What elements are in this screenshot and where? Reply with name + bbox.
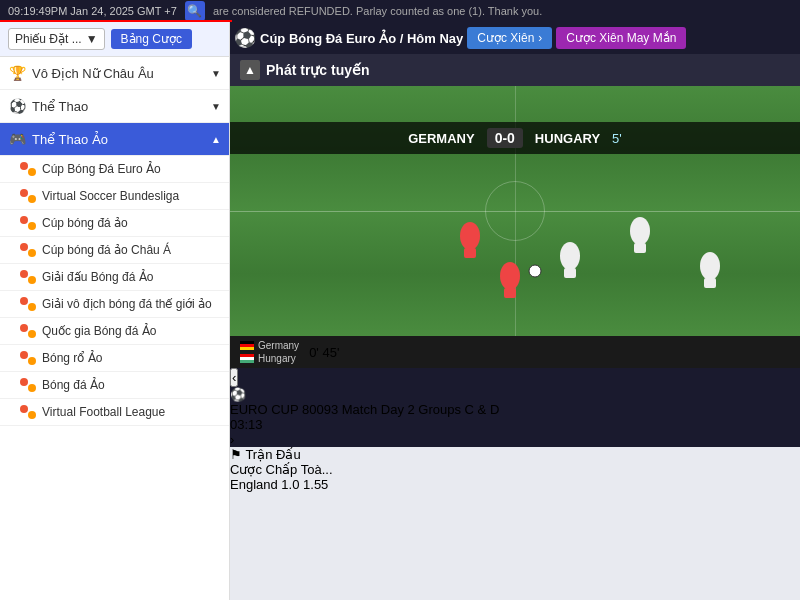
bang-cuoc-tab[interactable]: Bảng Cược	[111, 29, 192, 49]
col-toa: Toà...	[301, 462, 333, 477]
match-time-display: 5'	[612, 131, 622, 146]
svg-point-0	[460, 222, 480, 250]
home-team-name: GERMANY	[408, 131, 474, 146]
submenu-virtual-soccer-bl[interactable]: Virtual Soccer Bundesliga	[0, 183, 229, 210]
phieu-dat-label: Phiếu Đặt ...	[15, 32, 82, 46]
sidebar-item-the-thao-ao[interactable]: 🎮 Thể Thao Ảo ▲	[0, 123, 229, 156]
submenu-bong-ro-ao[interactable]: Bóng rổ Ảo	[0, 345, 229, 372]
submenu-label-9: Virtual Football League	[42, 405, 165, 419]
submenu-label-2: Cúp bóng đá ảo	[42, 216, 128, 230]
home-team-label: Germany	[258, 340, 299, 351]
chevron-up-icon: ▲	[211, 134, 221, 145]
the-thao-ao-label: Thể Thao Ảo	[32, 132, 108, 147]
search-icon[interactable]: 🔍	[185, 1, 205, 21]
notice-text: are considered REFUNDED. Parlay counted …	[213, 5, 792, 17]
video-container: ▲ Phát trực tuyến GERMANY 0-0 HUNGARY 5'	[230, 54, 800, 447]
away-team-label: Hungary	[258, 353, 296, 364]
the-thao-icon: ⚽	[8, 97, 26, 115]
sport-icon-0	[20, 162, 36, 176]
sport-icon-5	[20, 297, 36, 311]
sidebar: Phiếu Đặt ... ▼ Bảng Cược 🏆 Vô Địch Nữ C…	[0, 22, 230, 600]
svg-point-2	[500, 262, 520, 290]
match-team-name[interactable]: England	[230, 477, 278, 492]
back-button[interactable]: ‹	[230, 368, 238, 387]
team-labels: Germany Hungary	[240, 340, 299, 364]
svg-point-8	[700, 252, 720, 280]
hungary-flag-icon	[240, 354, 254, 363]
chevron-down-icon: ▼	[211, 68, 221, 79]
tran-dau-icon: ⚑	[230, 447, 242, 462]
submenu-label-0: Cúp Bóng Đá Euro Ảo	[42, 162, 161, 176]
sport-icon-1	[20, 189, 36, 203]
submenu-label-6: Quốc gia Bóng đá Ảo	[42, 324, 156, 338]
content-title: Cúp Bóng Đá Euro Ảo / Hôm Nay	[260, 31, 463, 46]
submenu-bong-da-ao[interactable]: Bóng đá Ảo	[0, 372, 229, 399]
submenu-label-3: Cúp bóng đá ảo Châu Á	[42, 243, 171, 257]
cuoc-xien-may-man-button[interactable]: Cược Xiên May Mắn	[556, 27, 686, 49]
live-label: Phát trực tuyến	[266, 62, 370, 78]
phieu-dat-dropdown[interactable]: Phiếu Đặt ... ▼	[8, 28, 105, 50]
collapse-button[interactable]: ▲	[240, 60, 260, 80]
the-thao-label: Thể Thao	[32, 99, 88, 114]
score-display: 0-0	[487, 128, 523, 148]
submenu-giai-dau-bong-da-ao[interactable]: Giải đấu Bóng đá Ảo	[0, 264, 229, 291]
submenu-giai-vo-dich[interactable]: Giải vô địch bóng đá thế giới ảo	[0, 291, 229, 318]
svg-rect-9	[704, 278, 716, 288]
top-bar: 09:19:49PM Jan 24, 2025 GMT +7 🔍 are con…	[0, 0, 800, 22]
table-header: Cược Chấp Toà...	[230, 462, 800, 477]
submenu-cup-bong-da-ao[interactable]: Cúp bóng đá ảo	[0, 210, 229, 237]
tran-dau-title: Trận Đấu	[245, 447, 300, 462]
cuoc-xien-label: Cược Xiên	[477, 31, 534, 45]
sidebar-header: Phiếu Đặt ... ▼ Bảng Cược	[0, 22, 229, 57]
event-label: EURO CUP 80093	[230, 402, 338, 417]
sport-icon-8	[20, 378, 36, 392]
svg-point-4	[560, 242, 580, 270]
next-button[interactable]: ›	[230, 432, 800, 447]
tran-dau-section: ⚑ Trận Đấu	[230, 447, 800, 462]
svg-rect-5	[564, 268, 576, 278]
chevron-down-icon-2: ▼	[211, 101, 221, 112]
submenu-quoc-gia[interactable]: Quốc gia Bóng đá Ảo	[0, 318, 229, 345]
progress-section: 0' 45'	[309, 345, 790, 360]
sport-icon-6	[20, 324, 36, 338]
match-text: EURO CUP 80093 Match Day 2 Groups C & D	[230, 402, 800, 417]
svg-rect-3	[504, 288, 516, 298]
time-end: 45'	[322, 345, 339, 360]
submenu-label-7: Bóng rổ Ảo	[42, 351, 102, 365]
main-layout: Phiếu Đặt ... ▼ Bảng Cược 🏆 Vô Địch Nữ C…	[0, 22, 800, 600]
match-info: ⚽ EURO CUP 80093 Match Day 2 Groups C & …	[230, 387, 800, 417]
time-labels: 0' 45'	[309, 345, 790, 360]
away-team-name: HUNGARY	[535, 131, 600, 146]
brand-ball-icon: ⚽	[234, 27, 256, 49]
datetime: 09:19:49PM Jan 24, 2025 GMT +7	[8, 5, 177, 17]
svg-point-10	[529, 265, 541, 277]
sport-icon-2	[20, 216, 36, 230]
cuoc-xien-button[interactable]: Cược Xiên ›	[467, 27, 552, 49]
the-thao-ao-icon: 🎮	[8, 130, 26, 148]
svg-point-6	[630, 217, 650, 245]
svg-rect-1	[464, 248, 476, 258]
sidebar-item-the-thao[interactable]: ⚽ Thể Thao ▼	[0, 90, 229, 123]
soccer-field: GERMANY 0-0 HUNGARY 5'	[230, 86, 800, 336]
vo-dich-label: Vô Địch Nữ Châu Âu	[32, 66, 154, 81]
odds-cell-2[interactable]: 1.55	[303, 477, 328, 492]
match-day-label: Match Day 2 Groups C & D	[342, 402, 500, 417]
sport-icon-9	[20, 405, 36, 419]
odds-cell-1[interactable]: 1.0	[281, 477, 299, 492]
cuoc-may-label: Cược Xiên May Mắn	[566, 31, 676, 45]
sport-icon-4	[20, 270, 36, 284]
arrow-right-icon: ›	[538, 31, 542, 45]
germany-flag-icon	[240, 341, 254, 350]
dropdown-chevron-icon: ▼	[86, 32, 98, 46]
control-bar: ‹ ⚽ EURO CUP 80093 Match Day 2 Groups C …	[230, 368, 800, 447]
sidebar-item-vo-dich-nu[interactable]: 🏆 Vô Địch Nữ Châu Âu ▼	[0, 57, 229, 90]
away-team-label-row: Hungary	[240, 353, 299, 364]
match-progress-bar: Germany Hungary 0' 45'	[230, 336, 800, 368]
time-start: 0'	[309, 345, 319, 360]
scoreboard: GERMANY 0-0 HUNGARY 5'	[230, 122, 800, 154]
submenu-virtual-football-league[interactable]: Virtual Football League	[0, 399, 229, 426]
submenu-cup-euro-ao[interactable]: Cúp Bóng Đá Euro Ảo	[0, 156, 229, 183]
submenu-cup-bong-da-ao-chau-a[interactable]: Cúp bóng đá ảo Châu Á	[0, 237, 229, 264]
content-topbar: ⚽ Cúp Bóng Đá Euro Ảo / Hôm Nay Cược Xiê…	[230, 22, 800, 54]
main-content: ⚽ Cúp Bóng Đá Euro Ảo / Hôm Nay Cược Xiê…	[230, 22, 800, 600]
